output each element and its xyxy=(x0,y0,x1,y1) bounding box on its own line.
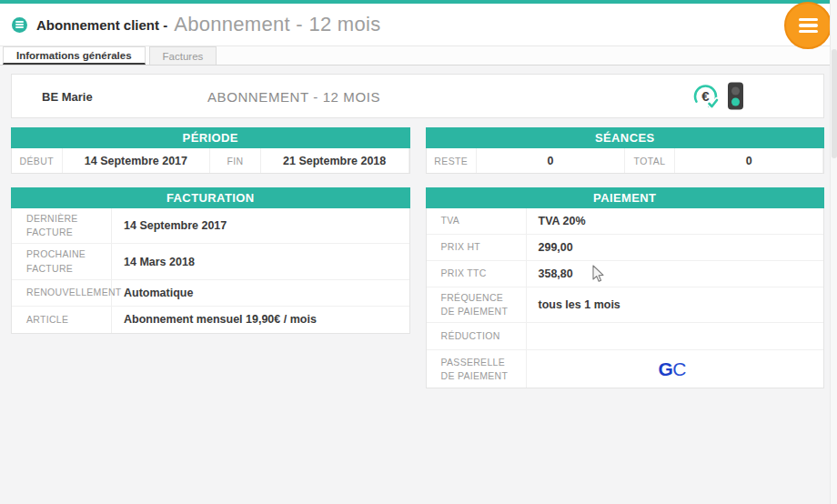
table-row: TVA TVA 20% xyxy=(427,208,824,235)
paiement-table-header: PAIEMENT xyxy=(426,187,825,208)
traffic-light-on-lamp xyxy=(731,97,740,106)
seances-table: SÉANCES RESTE 0 TOTAL 0 xyxy=(426,127,825,174)
prix-ht-value: 299,00 xyxy=(527,235,824,260)
page-title: Abonnement client - xyxy=(36,17,167,33)
table-row: DÉBUT 14 Septembre 2017 FIN 21 Septembre… xyxy=(12,148,409,173)
tva-value: TVA 20% xyxy=(527,208,824,234)
vertical-scrollbar[interactable] xyxy=(830,0,837,504)
seances-table-header: SÉANCES xyxy=(426,127,825,148)
table-row: RESTE 0 TOTAL 0 xyxy=(427,148,824,173)
facturation-table-header: FACTURATION xyxy=(11,187,410,208)
client-subscription-banner: BE Marie ABONNEMENT - 12 MOIS € xyxy=(11,74,824,118)
table-row: PROCHAINE FACTURE 14 Mars 2018 xyxy=(12,244,409,279)
table-row: RÉDUCTION xyxy=(427,323,824,350)
periode-table-header: PÉRIODE xyxy=(11,127,410,148)
passerelle-paiement-label: PASSERELLE DE PAIEMENT xyxy=(427,350,527,388)
tva-label: TVA xyxy=(427,208,527,234)
main-content: BE Marie ABONNEMENT - 12 MOIS € PÉRIODE xyxy=(0,66,830,504)
prix-ttc-label: PRIX TTC xyxy=(427,261,527,287)
renouvellement-label: RENOUVELLEMENT xyxy=(12,280,112,306)
facturation-table: FACTURATION DERNIÈRE FACTURE 14 Septembr… xyxy=(11,187,410,334)
seances-total-value: 0 xyxy=(674,148,823,173)
seances-reste-value: 0 xyxy=(476,148,625,173)
renouvellement-value: Automatique xyxy=(112,280,409,306)
traffic-light-status-icon[interactable] xyxy=(728,83,743,110)
frequence-paiement-label: FRÉQUENCE DE PAIEMENT xyxy=(427,287,527,322)
reduction-value xyxy=(527,323,824,349)
prix-ht-label: PRIX HT xyxy=(427,235,527,260)
frequence-paiement-value: tous les 1 mois xyxy=(527,287,824,322)
client-name: BE Marie xyxy=(42,89,93,103)
scrollbar-thumb[interactable] xyxy=(832,49,837,158)
subscription-list-icon xyxy=(12,17,27,33)
table-row: RENOUVELLEMENT Automatique xyxy=(12,280,409,307)
derniere-facture-label: DERNIÈRE FACTURE xyxy=(12,208,112,243)
traffic-light-off-lamp xyxy=(731,86,740,95)
subscription-name: ABONNEMENT - 12 MOIS xyxy=(207,88,380,104)
gocardless-logo: GC xyxy=(658,358,686,380)
prochaine-facture-value: 14 Mars 2018 xyxy=(112,244,409,278)
euro-paid-icon[interactable]: € xyxy=(691,82,720,110)
tab-informations-generales[interactable]: Informations générales xyxy=(3,46,146,65)
seances-total-label: TOTAL xyxy=(625,148,675,173)
table-row: FRÉQUENCE DE PAIEMENT tous les 1 mois xyxy=(427,287,824,323)
seances-reste-label: RESTE xyxy=(427,148,477,173)
app-header: Abonnement client - Abonnement - 12 mois xyxy=(0,4,837,46)
paiement-table: PAIEMENT TVA TVA 20% PRIX HT 299,00 PRIX… xyxy=(426,187,825,388)
table-row: PRIX HT 299,00 xyxy=(427,235,824,261)
periode-fin-value: 21 Septembre 2018 xyxy=(260,148,409,173)
table-row: PASSERELLE DE PAIEMENT GC xyxy=(427,350,824,388)
table-row: PRIX TTC 358,80 xyxy=(427,261,824,287)
periode-debut-value: 14 Septembre 2017 xyxy=(62,148,211,173)
periode-table: PÉRIODE DÉBUT 14 Septembre 2017 FIN 21 S… xyxy=(11,127,410,174)
tab-factures[interactable]: Factures xyxy=(149,46,217,65)
hamburger-menu-icon xyxy=(799,18,818,33)
menu-fab-button[interactable] xyxy=(784,2,832,49)
table-row: ARTICLE Abonnement mensuel 19,90€ / mois xyxy=(12,307,409,333)
periode-debut-label: DÉBUT xyxy=(12,148,62,173)
derniere-facture-value: 14 Septembre 2017 xyxy=(112,208,409,243)
passerelle-paiement-value: GC xyxy=(527,350,824,388)
tab-bar: Informations générales Factures xyxy=(0,46,837,66)
reduction-label: RÉDUCTION xyxy=(427,323,527,349)
prochaine-facture-label: PROCHAINE FACTURE xyxy=(12,244,112,278)
table-row: DERNIÈRE FACTURE 14 Septembre 2017 xyxy=(12,208,409,244)
article-value: Abonnement mensuel 19,90€ / mois xyxy=(112,307,409,333)
article-label: ARTICLE xyxy=(12,307,112,333)
page-subtitle: Abonnement - 12 mois xyxy=(174,13,380,36)
periode-fin-label: FIN xyxy=(210,148,260,173)
prix-ttc-value: 358,80 xyxy=(527,261,824,287)
